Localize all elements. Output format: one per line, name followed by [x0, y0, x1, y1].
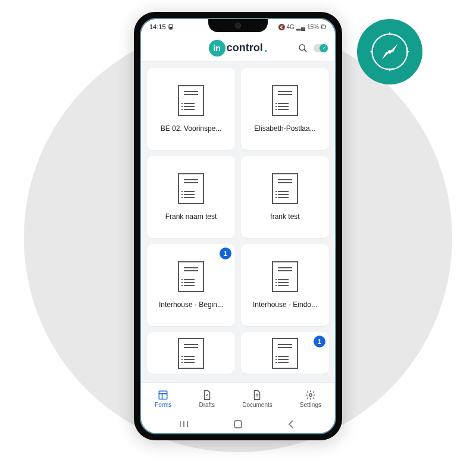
- recents-button[interactable]: [180, 419, 190, 430]
- battery-small-icon: [168, 24, 173, 30]
- document-icon: [272, 85, 298, 116]
- signal-icon: ▂▄: [296, 24, 305, 30]
- count-badge: 1: [314, 336, 325, 347]
- form-label: Interhouse - Eindo...: [253, 300, 317, 309]
- form-card[interactable]: Interhouse - Eindo...: [241, 244, 329, 326]
- form-label: Frank naam test: [165, 212, 217, 221]
- nav-label: Documents: [242, 402, 273, 408]
- nav-label: Forms: [155, 402, 171, 408]
- form-card[interactable]: Frank naam test: [147, 156, 235, 238]
- back-button[interactable]: [286, 419, 296, 430]
- app-logo: in control .: [209, 40, 268, 57]
- svg-rect-24: [234, 421, 242, 428]
- network-label: 4G: [287, 24, 295, 30]
- nav-label: Settings: [300, 402, 321, 408]
- sync-toggle[interactable]: ✓: [314, 44, 328, 52]
- app-header: in control . ✓: [141, 35, 335, 62]
- logo-text: control: [227, 42, 263, 54]
- compass-icon: [368, 30, 412, 74]
- nav-forms[interactable]: Forms: [155, 390, 171, 408]
- svg-point-13: [299, 45, 305, 50]
- svg-point-20: [309, 394, 312, 397]
- forms-icon: [158, 390, 168, 400]
- drafts-icon: [202, 390, 212, 400]
- document-icon: [178, 85, 204, 116]
- search-icon[interactable]: [298, 43, 308, 53]
- form-label: Elisabeth-Postlaa...: [254, 124, 315, 133]
- svg-rect-11: [325, 26, 326, 27]
- phone-screen-border: 14:15 🔇 4G ▂▄ 15% in control .: [140, 18, 336, 434]
- document-icon: [272, 173, 298, 204]
- form-card[interactable]: 1 Interhouse - Begin...: [147, 244, 235, 326]
- logo-badge: in: [209, 40, 226, 57]
- svg-rect-9: [170, 27, 172, 29]
- count-badge: 1: [220, 248, 231, 259]
- document-icon: [272, 338, 298, 369]
- document-icon: [178, 173, 204, 204]
- form-card[interactable]: [147, 332, 235, 374]
- form-label: frank test: [270, 212, 299, 221]
- settings-icon: [305, 390, 316, 400]
- documents-icon: [252, 390, 262, 400]
- svg-rect-12: [321, 26, 322, 28]
- phone-frame: 14:15 🔇 4G ▂▄ 15% in control .: [134, 12, 342, 440]
- form-card[interactable]: frank test: [241, 156, 329, 238]
- app-screen: 14:15 🔇 4G ▂▄ 15% in control .: [141, 19, 335, 433]
- bottom-nav: Forms Drafts Documents Settings: [141, 382, 335, 415]
- home-button[interactable]: [233, 419, 243, 430]
- battery-icon: [321, 24, 327, 30]
- form-card[interactable]: 1: [241, 332, 329, 374]
- document-icon: [272, 261, 298, 292]
- document-icon: [178, 338, 204, 369]
- phone-notch: [208, 19, 268, 32]
- svg-rect-15: [159, 391, 167, 399]
- forms-grid[interactable]: BE 02. Voorinspe... Elisabeth-Postlaa...…: [141, 62, 335, 382]
- status-time: 14:15: [149, 23, 166, 30]
- nav-drafts[interactable]: Drafts: [199, 390, 215, 408]
- nav-label: Drafts: [199, 402, 215, 408]
- logo-dot: .: [264, 41, 268, 55]
- nav-documents[interactable]: Documents: [242, 390, 273, 408]
- form-label: BE 02. Voorinspe...: [161, 124, 222, 133]
- compass-badge: [357, 19, 422, 84]
- svg-line-14: [304, 49, 306, 52]
- battery-level: 15%: [307, 24, 319, 30]
- form-card[interactable]: BE 02. Voorinspe...: [147, 68, 235, 150]
- nav-settings[interactable]: Settings: [300, 390, 321, 408]
- mute-icon: 🔇: [278, 24, 285, 30]
- document-icon: [178, 261, 204, 292]
- check-icon: ✓: [322, 45, 327, 51]
- form-card[interactable]: Elisabeth-Postlaa...: [241, 68, 329, 150]
- form-label: Interhouse - Begin...: [159, 300, 223, 309]
- android-nav-bar: [141, 415, 335, 433]
